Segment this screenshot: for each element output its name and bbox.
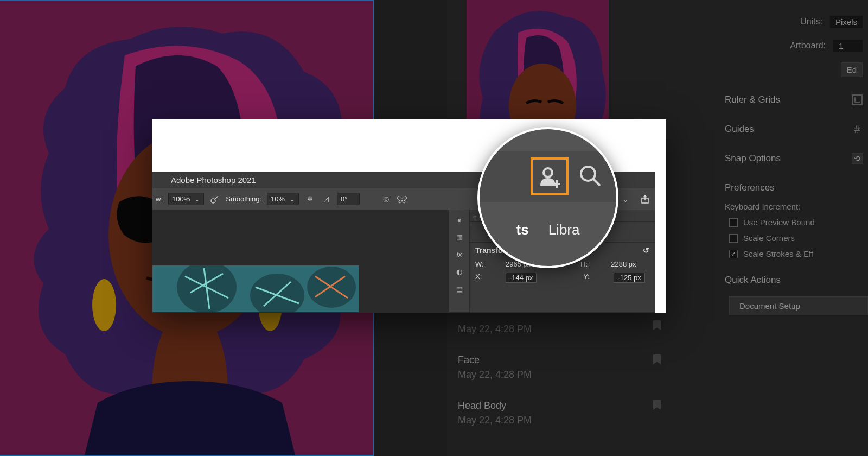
gear-icon[interactable]: ✲ bbox=[304, 194, 315, 205]
layer-name: Face bbox=[458, 354, 664, 366]
layer-item[interactable]: Face May 22, 4:28 PM bbox=[458, 349, 664, 395]
pressure-size-icon[interactable] bbox=[209, 194, 220, 205]
layer-item[interactable]: Head Body May 22, 4:28 PM bbox=[458, 395, 664, 440]
document-setup-button[interactable]: Document Setup bbox=[729, 296, 868, 315]
svg-point-15 bbox=[545, 169, 551, 176]
x-label: X: bbox=[475, 273, 486, 283]
ruler-grids-heading: Ruler & Grids bbox=[725, 94, 780, 105]
guides-heading: Guides bbox=[725, 124, 754, 135]
keyboard-increment-label: Keyboard Increment: bbox=[725, 202, 800, 211]
width-label: W: bbox=[475, 260, 486, 268]
zoom-callout: ts Libra bbox=[477, 127, 618, 268]
document-canvas[interactable] bbox=[152, 210, 449, 312]
units-label: Units: bbox=[675, 17, 822, 27]
scale-corners-label: Scale Corners bbox=[743, 233, 795, 243]
snap-options-heading: Snap Options bbox=[725, 153, 781, 164]
quick-actions-heading: Quick Actions bbox=[725, 275, 781, 286]
edit-artboards-button[interactable]: Ed bbox=[841, 62, 863, 77]
magnifier-tab-right: Libra bbox=[548, 221, 580, 238]
x-value[interactable]: -144 px bbox=[506, 273, 537, 283]
layer-date: May 22, 4:28 PM bbox=[458, 369, 664, 381]
artboard-value[interactable]: 1 bbox=[833, 40, 863, 52]
history-icon[interactable]: ๑ bbox=[454, 213, 465, 225]
view-label: w: bbox=[156, 195, 163, 203]
layer-list: May 22, 4:28 PM Face May 22, 4:28 PM Hea… bbox=[458, 315, 664, 440]
invite-highlight bbox=[531, 157, 569, 195]
collapsed-panel-column: ๑ ▦ fx ◐ ▤ bbox=[449, 210, 470, 312]
y-label: Y: bbox=[583, 273, 594, 283]
guides-icon[interactable]: # bbox=[852, 124, 863, 135]
magnifier-tab-left: ts bbox=[516, 221, 529, 238]
scale-corners-checkbox[interactable] bbox=[729, 234, 738, 243]
chevron-down-icon[interactable]: ⌄ bbox=[620, 194, 631, 205]
smoothing-select[interactable]: 10% bbox=[267, 193, 299, 205]
target-icon[interactable]: ◎ bbox=[380, 194, 391, 205]
layer-date: May 22, 4:28 PM bbox=[458, 415, 664, 426]
scale-strokes-label: Scale Strokes & Eff bbox=[743, 249, 813, 258]
properties-panel: Units: Pixels Artboard: 1 Ed Ruler & Gri… bbox=[675, 0, 868, 456]
layer-date: May 22, 4:28 PM bbox=[458, 324, 664, 335]
header-far-right: ⌄ bbox=[616, 188, 655, 210]
ruler-icon[interactable] bbox=[852, 94, 863, 105]
layer-item[interactable]: May 22, 4:28 PM bbox=[458, 315, 664, 349]
share-icon[interactable] bbox=[640, 194, 650, 205]
use-preview-bounds-checkbox[interactable] bbox=[729, 218, 738, 227]
snap-icon[interactable]: ⟲ bbox=[852, 153, 863, 164]
artboard-label: Artboard: bbox=[675, 41, 826, 50]
height-value[interactable]: 2288 px bbox=[611, 260, 636, 268]
search-magnified[interactable] bbox=[575, 161, 605, 191]
reset-icon[interactable]: ↺ bbox=[643, 246, 649, 255]
svg-point-18 bbox=[581, 167, 595, 181]
y-value[interactable]: -125 px bbox=[614, 273, 644, 283]
canvas-artwork bbox=[152, 265, 359, 312]
angle-value[interactable]: 0° bbox=[337, 193, 360, 205]
use-preview-bounds-label: Use Preview Bound bbox=[743, 218, 815, 227]
layer-name: Head Body bbox=[458, 400, 664, 411]
svg-point-8 bbox=[211, 199, 215, 203]
channels-icon[interactable]: ▤ bbox=[454, 283, 465, 295]
svg-line-19 bbox=[593, 179, 600, 186]
invite-user-icon[interactable] bbox=[537, 164, 562, 189]
angle-icon: ◿ bbox=[321, 194, 331, 205]
scale-strokes-checkbox[interactable]: ✓ bbox=[729, 250, 738, 258]
swatches-icon[interactable]: ▦ bbox=[454, 231, 465, 243]
units-value[interactable]: Pixels bbox=[830, 16, 863, 28]
search-icon bbox=[578, 164, 602, 188]
preferences-heading: Preferences bbox=[725, 182, 775, 193]
view-zoom-select[interactable]: 100% bbox=[168, 193, 204, 205]
smoothing-label: Smoothing: bbox=[226, 195, 261, 203]
butterfly-icon[interactable] bbox=[397, 194, 407, 205]
height-label: H: bbox=[580, 260, 591, 268]
paths-icon[interactable]: ◐ bbox=[454, 265, 465, 277]
fx-icon[interactable]: fx bbox=[454, 248, 465, 260]
window-title: Adobe Photoshop 2021 bbox=[171, 175, 256, 185]
svg-point-2 bbox=[92, 279, 116, 331]
